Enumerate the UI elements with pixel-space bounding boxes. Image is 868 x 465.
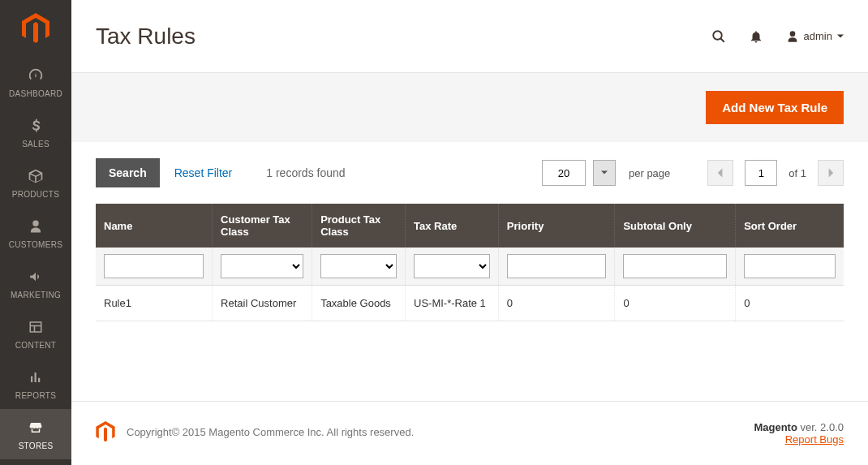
per-page-label: per page [629,167,670,179]
magento-logo-small [96,421,115,442]
svg-point-3 [713,31,722,40]
page-footer: Copyright© 2015 Magento Commerce Inc. Al… [71,401,868,465]
cell-customer-tax-class: Retail Customer [213,286,312,321]
report-bugs-link[interactable]: Report Bugs [785,433,844,446]
records-found: 1 records found [266,166,345,179]
table-row[interactable]: Rule1 Retail Customer Taxable Goods US-M… [96,286,844,321]
col-header-subtotal-only[interactable]: Subtotal Only [615,204,736,248]
megaphone-icon [26,267,45,286]
dollar-icon [26,116,45,136]
nav-marketing[interactable]: MARKETING [0,258,71,308]
nav-products[interactable]: PRODUCTS [0,157,71,208]
search-button[interactable]: Search [96,158,160,187]
footer-brand: Magento [754,421,797,433]
filter-row [96,248,844,286]
filter-name-input[interactable] [104,254,204,278]
filter-sort-order-input[interactable] [744,254,836,278]
chevron-down-icon [837,33,844,40]
cell-subtotal-only: 0 [615,286,736,321]
person-icon [26,217,45,236]
filter-subtotal-only-input[interactable] [623,254,727,278]
pager-prev-button[interactable] [707,160,733,186]
nav-label: DASHBOARD [9,89,62,98]
per-page-group: per page [542,160,670,186]
cell-product-tax-class: Taxable Goods [312,286,406,321]
cell-sort-order: 0 [736,286,844,321]
footer-version: ver. 2.0.0 [797,421,844,433]
filter-product-tax-class-select[interactable] [320,254,397,278]
search-icon[interactable] [711,29,726,44]
page-header: Tax Rules admin [71,0,868,73]
nav-label: REPORTS [15,391,56,400]
box-icon [26,166,45,186]
nav-label: SALES [22,140,49,149]
dashboard-icon [26,66,45,85]
col-header-name[interactable]: Name [96,204,213,248]
col-header-sort-order[interactable]: Sort Order [736,204,844,248]
magento-logo[interactable] [0,0,71,57]
user-menu[interactable]: admin [786,30,844,43]
col-header-customer-tax-class[interactable]: Customer Tax Class [213,204,312,248]
nav-stores[interactable]: STORES [0,409,71,459]
store-icon [26,418,45,437]
nav-dashboard[interactable]: DASHBOARD [0,57,71,107]
copyright-text: Copyright© 2015 Magento Commerce Inc. Al… [127,426,414,438]
col-header-tax-rate[interactable]: Tax Rate [406,204,499,248]
pager: of 1 [707,160,844,186]
sidebar: DASHBOARD SALES PRODUCTS CUSTOMERS MARKE… [0,0,71,465]
grid-controls: Search Reset Filter 1 records found per … [71,142,868,204]
bell-icon[interactable] [749,29,763,44]
cell-name: Rule1 [96,286,213,321]
tax-rules-table-wrap: Name Customer Tax Class Product Tax Clas… [71,204,868,321]
layout-icon [26,317,45,337]
table-header-row: Name Customer Tax Class Product Tax Clas… [96,204,844,248]
user-name: admin [804,30,832,42]
page-title: Tax Rules [96,24,196,50]
svg-line-4 [720,38,724,42]
footer-left: Copyright© 2015 Magento Commerce Inc. Al… [96,421,414,442]
per-page-dropdown-button[interactable] [593,160,616,186]
filter-tax-rate-select[interactable] [414,254,490,278]
per-page-input[interactable] [542,160,586,186]
footer-right: Magento ver. 2.0.0 Report Bugs [754,421,844,446]
filter-customer-tax-class-select[interactable] [221,254,303,278]
tax-rules-table: Name Customer Tax Class Product Tax Clas… [96,204,844,321]
add-new-tax-rule-button[interactable]: Add New Tax Rule [706,91,844,124]
filter-priority-input[interactable] [507,254,607,278]
nav-label: STORES [19,441,54,450]
nav-label: CUSTOMERS [9,240,62,249]
cell-priority: 0 [498,286,615,321]
nav-label: PRODUCTS [12,190,60,199]
pager-next-button[interactable] [818,160,844,186]
user-icon [786,30,799,43]
cell-tax-rate: US-MI-*-Rate 1 [406,286,499,321]
nav-sales[interactable]: SALES [0,107,71,157]
pager-of-label: of 1 [789,167,806,179]
main-content: Tax Rules admin Add New Tax Rule Search … [71,0,868,465]
col-header-priority[interactable]: Priority [498,204,615,248]
col-header-product-tax-class[interactable]: Product Tax Class [312,204,406,248]
nav-reports[interactable]: REPORTS [0,359,71,409]
nav-customers[interactable]: CUSTOMERS [0,208,71,258]
chart-icon [26,368,45,387]
nav-content[interactable]: CONTENT [0,308,71,359]
nav-label: CONTENT [15,341,56,350]
reset-filter-link[interactable]: Reset Filter [174,166,233,179]
action-toolbar: Add New Tax Rule [71,73,868,142]
pager-page-input[interactable] [745,160,777,186]
svg-rect-0 [30,322,41,332]
header-actions: admin [711,29,844,44]
nav-label: MARKETING [11,291,61,299]
